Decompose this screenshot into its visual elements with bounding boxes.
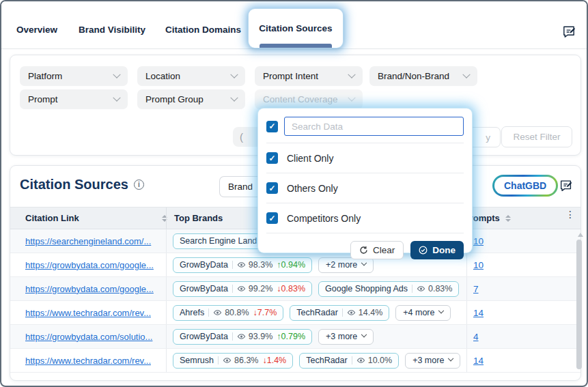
citation-link[interactable]: https://growbydata.com/solutio... — [25, 332, 152, 342]
filter-prompt-intent[interactable]: Prompt Intent — [255, 66, 363, 86]
option-competitors-only[interactable]: ✓ Competitors Only — [266, 203, 464, 233]
chevron-down-icon — [462, 70, 470, 78]
filter-prompt-group[interactable]: Prompt Group — [137, 89, 245, 109]
option-label: Others Only — [287, 183, 338, 194]
info-icon[interactable]: i — [134, 180, 144, 190]
chevron-down-icon — [230, 94, 238, 101]
table-row: https://growbydata.com/google... GrowByD… — [10, 277, 580, 301]
citation-link-cell: https://www.techradar.com/rev... — [25, 349, 151, 372]
brand-chip: Semrush 86.3% 1.4% — [173, 353, 293, 369]
citation-link[interactable]: https://www.techradar.com/rev... — [25, 356, 151, 366]
top-brands-cell: GrowByData 93.9% 0.79% +3 more — [173, 325, 374, 348]
filter-brand-nonbrand[interactable]: Brand/Non-Brand — [369, 66, 477, 86]
dropdown-search-row: ✓ — [266, 115, 464, 143]
visibility-value: 98.3% — [237, 260, 272, 270]
prompts-link[interactable]: 4 — [473, 332, 479, 342]
filter-prompt[interactable]: Prompt — [20, 89, 128, 109]
brand-chip: TechRadar 14.4% — [290, 305, 389, 321]
tab-citation-sources-active[interactable]: Citation Sources — [249, 9, 343, 48]
option-client-only[interactable]: ✓ Client Only — [266, 143, 464, 173]
prompts-link[interactable]: 7 — [473, 284, 479, 294]
section-title-row: Citation Sources i — [20, 177, 144, 192]
option-others-only[interactable]: ✓ Others Only — [266, 173, 464, 203]
citation-link[interactable]: https://www.techradar.com/rev... — [25, 308, 151, 318]
active-tab-indicator — [260, 44, 332, 48]
filter-content-coverage[interactable]: Content Coverage — [255, 89, 363, 109]
more-brands-button[interactable]: +4 more — [395, 305, 451, 321]
visibility-value: 14.4% — [347, 308, 382, 317]
more-brands-button[interactable]: +3 more — [405, 353, 460, 369]
table-chat-icon[interactable] — [559, 178, 574, 193]
delta-down: 1.4% — [262, 356, 286, 365]
filter-location[interactable]: Location — [137, 66, 245, 86]
prompts-cell: 7 — [473, 277, 479, 300]
delta-up: 0.79% — [277, 332, 305, 341]
done-button[interactable]: Done — [410, 241, 464, 259]
chevron-down-icon — [448, 356, 453, 361]
visibility-value: 93.9% — [237, 332, 272, 341]
tab-brand-visibility[interactable]: Brand Visibility — [79, 25, 145, 35]
eye-icon — [237, 285, 246, 292]
checkbox-checked[interactable]: ✓ — [266, 212, 278, 224]
brand-chip: GrowByData 93.9% 0.79% — [173, 329, 312, 345]
content-coverage-dropdown: ✓ ✓ Client Only ✓ Others Only ✓ Competit… — [258, 109, 472, 253]
column-citation-link[interactable]: Citation Link — [25, 207, 79, 229]
eye-icon — [347, 309, 356, 316]
top-brands-cell: Ahrefs 80.8% 7.7% TechRadar 14.4% — [173, 301, 451, 324]
chevron-down-icon — [113, 70, 120, 78]
visibility-value: 0.83% — [417, 284, 452, 293]
delta-up: 0.94% — [277, 260, 305, 270]
brand-name: Ahrefs — [180, 308, 204, 317]
column-menu-icon[interactable]: ⋮ — [565, 212, 575, 216]
tab-label: Citation Sources — [259, 23, 332, 33]
visibility-value: 10.0% — [356, 356, 392, 365]
brand-chip: TechRadar 10.0% — [299, 353, 399, 369]
top-brands-cell: GrowByData 99.2% 0.83% Google Shopping A… — [173, 277, 459, 300]
citation-link-cell: https://searchengineland.com/... — [25, 229, 151, 253]
citation-link-cell: https://growbydata.com/google... — [25, 253, 154, 276]
prompts-link[interactable]: 14 — [473, 308, 484, 318]
filter-label: Prompt Group — [145, 94, 204, 104]
chevron-down-icon — [361, 260, 367, 266]
filter-platform[interactable]: Platform — [20, 66, 128, 86]
select-all-checkbox[interactable]: ✓ — [266, 121, 278, 132]
citation-link-cell: https://www.techradar.com/rev... — [25, 301, 151, 324]
tab-overview[interactable]: Overview — [16, 25, 57, 35]
option-label: Client Only — [287, 153, 333, 164]
more-brands-button[interactable]: +3 more — [318, 329, 374, 345]
scrollbar-up-arrow[interactable] — [578, 233, 583, 237]
prompts-link[interactable]: 10 — [473, 236, 484, 246]
clear-button[interactable]: Clear — [350, 241, 404, 259]
eye-icon — [223, 357, 232, 364]
citation-link-cell: https://growbydata.com/solutio... — [25, 325, 152, 348]
brand-name: TechRadar — [306, 356, 347, 365]
eye-icon — [417, 285, 425, 292]
column-label: Citation Link — [25, 213, 79, 223]
scrollbar-thumb[interactable] — [576, 240, 582, 369]
feedback-chat-icon[interactable] — [561, 24, 577, 40]
prompts-cell: 14 — [473, 301, 484, 324]
column-label: Top Brands — [174, 213, 223, 223]
citation-link[interactable]: https://growbydata.com/google... — [25, 260, 154, 270]
sort-icon[interactable] — [505, 215, 511, 222]
search-input[interactable] — [284, 117, 464, 136]
dropdown-footer: Clear Done — [266, 233, 464, 259]
filter-label: Prompt Intent — [263, 71, 318, 81]
checkbox-checked[interactable]: ✓ — [266, 152, 278, 164]
prompts-link[interactable]: 10 — [473, 260, 484, 270]
prompts-link[interactable]: 14 — [473, 356, 484, 366]
reset-filter-button[interactable]: Reset Filter — [501, 126, 572, 147]
visibility-value: 86.3% — [223, 356, 258, 365]
citation-link[interactable]: https://growbydata.com/google... — [25, 284, 154, 294]
tab-citation-domains[interactable]: Citation Domains — [165, 25, 241, 35]
table-row: https://growbydata.com/solutio... GrowBy… — [10, 325, 580, 349]
filter-label: Brand/Non-Brand — [378, 71, 449, 81]
chatgbd-button[interactable]: ChatGBD — [492, 175, 558, 197]
citation-link[interactable]: https://searchengineland.com/... — [25, 236, 151, 246]
checkbox-checked[interactable]: ✓ — [266, 182, 278, 194]
brand-chip: GrowByData 99.2% 0.83% — [173, 281, 312, 297]
delta-down: 0.83% — [277, 284, 305, 293]
filter-label: Prompt — [28, 94, 58, 104]
column-top-brands[interactable]: Top Brands — [174, 207, 223, 229]
refresh-icon — [359, 246, 368, 255]
